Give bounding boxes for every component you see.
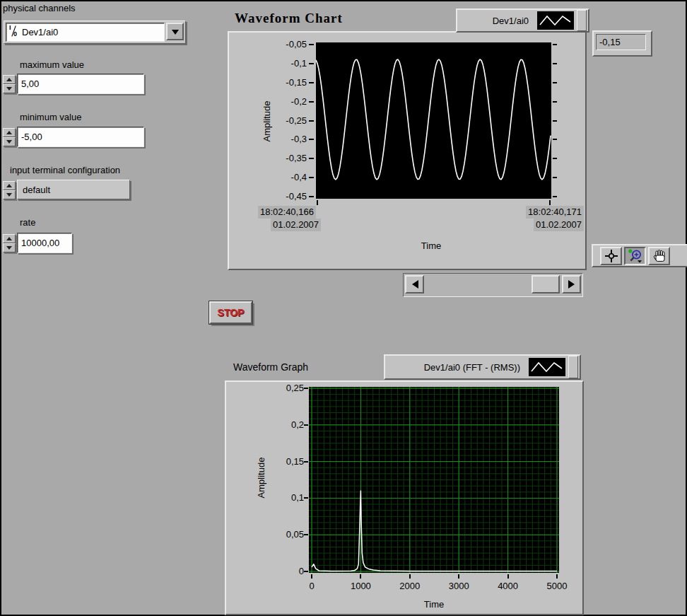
dropdown-arrow-button[interactable] xyxy=(166,23,184,40)
y-tick-mark-right xyxy=(553,101,557,103)
cursor-tool-button[interactable] xyxy=(600,247,622,265)
x-tick-mark xyxy=(360,574,361,579)
up-arrow-icon xyxy=(6,181,12,187)
y-tick-label: 0,05 xyxy=(249,529,304,540)
y-tick-label: -0,45 xyxy=(250,191,307,202)
increment-button[interactable] xyxy=(3,75,16,84)
waveform-graph-plot[interactable] xyxy=(309,387,559,573)
y-tick-label: -0,35 xyxy=(250,153,307,163)
waveform-chart-plot[interactable] xyxy=(316,42,551,199)
waveform-graph-xlabel: Time xyxy=(399,599,469,610)
waveform-chart-title: Waveform Chart xyxy=(235,11,343,26)
plot-line-style-icon xyxy=(529,358,565,376)
waveform-graph-legend[interactable]: Dev1/ai0 (FFT - (RMS)) xyxy=(384,354,581,380)
waveform-graph-title: Waveform Graph xyxy=(233,361,308,373)
physical-channels-field[interactable]: I 0 Dev1/ai0 xyxy=(6,23,165,42)
y-tick-label: 0,1 xyxy=(249,492,304,503)
y-tick-label: -0,3 xyxy=(250,134,307,144)
maximum-value-field[interactable]: 5,00 xyxy=(17,74,144,94)
rate-spinner[interactable] xyxy=(3,234,16,252)
y-tick-label: 0,15 xyxy=(249,456,304,467)
up-arrow-icon xyxy=(6,75,12,81)
y-tick-mark xyxy=(304,461,308,463)
y-tick-label: -0,15 xyxy=(250,77,307,88)
y-tick-mark xyxy=(309,158,314,159)
scroll-right-button[interactable] xyxy=(562,275,581,294)
y-tick-mark-right xyxy=(553,177,557,178)
x-tick-mark xyxy=(549,200,551,205)
scrollbar-thumb[interactable] xyxy=(532,275,560,294)
y-tick-label: 0,25 xyxy=(249,383,304,393)
y-tick-mark xyxy=(304,424,308,426)
y-tick-mark xyxy=(309,63,314,64)
y-tick-label: -0,25 xyxy=(250,115,307,126)
y-tick-mark-right xyxy=(553,120,557,122)
x-tick-mark xyxy=(556,574,558,579)
decrement-button[interactable] xyxy=(3,137,16,146)
decrement-button[interactable] xyxy=(3,84,16,93)
input-terminal-spinner[interactable] xyxy=(3,181,16,199)
waveform-chart-xlabel: Time xyxy=(396,240,466,251)
increment-button[interactable] xyxy=(3,181,16,190)
legend-scroll-strip xyxy=(568,356,578,378)
digital-indicator: -0,15 xyxy=(596,34,646,50)
left-arrow-icon xyxy=(408,280,418,289)
rate-field[interactable]: 10000,00 xyxy=(17,233,72,253)
y-tick-mark-right xyxy=(553,44,557,45)
physical-channels-dropdown[interactable]: I 0 Dev1/ai0 xyxy=(4,21,186,44)
chart-x-scrollbar[interactable] xyxy=(403,273,583,297)
input-terminal-ring[interactable]: default xyxy=(17,180,130,199)
x-tick-label: 3000 xyxy=(434,581,483,591)
y-tick-mark xyxy=(309,82,314,83)
x-tick-label: 1000 xyxy=(336,581,385,591)
y-tick-mark-right xyxy=(553,139,557,140)
x-tick-mark xyxy=(409,574,411,579)
input-terminal-configuration-label: input terminal configuration xyxy=(10,165,120,175)
x-tick-mark xyxy=(507,574,509,579)
maximum-value-label: maximum value xyxy=(20,59,84,70)
y-tick-mark xyxy=(304,571,308,572)
waveform-graph-ylabel: Amplitude xyxy=(256,422,266,535)
x-axis-end-timestamp: 18:02:40,171 01.02.2007 xyxy=(526,206,584,231)
pan-tool-button[interactable] xyxy=(648,247,670,265)
minimum-value-label: minimum value xyxy=(20,112,81,122)
labview-front-panel: physical channels I 0 Dev1/ai0 maximum v… xyxy=(0,0,687,616)
y-tick-mark xyxy=(309,120,314,122)
y-tick-label: 0 xyxy=(249,566,304,576)
minimum-value-field[interactable]: -5,00 xyxy=(17,127,144,147)
increment-button[interactable] xyxy=(3,128,16,137)
y-tick-label: -0,05 xyxy=(250,39,307,50)
io-icon: I 0 xyxy=(8,24,20,40)
x-tick-label: 2000 xyxy=(385,581,435,591)
scroll-left-button[interactable] xyxy=(405,275,424,294)
zoom-tool-button[interactable] xyxy=(624,247,646,265)
x-tick-mark xyxy=(458,574,459,579)
minimum-value-spinner[interactable] xyxy=(3,128,16,146)
down-arrow-icon xyxy=(6,140,12,146)
y-tick-label: -0,4 xyxy=(250,172,307,182)
x-tick-label: 0 xyxy=(287,581,336,591)
y-tick-mark-right xyxy=(553,82,557,83)
x-tick-mark xyxy=(311,574,312,579)
y-tick-mark xyxy=(309,44,314,45)
hand-icon xyxy=(652,248,667,264)
down-arrow-icon xyxy=(6,87,12,93)
y-tick-mark xyxy=(309,177,314,178)
maximum-value-spinner[interactable] xyxy=(3,75,16,93)
up-arrow-icon xyxy=(6,234,12,240)
rate-label: rate xyxy=(20,217,35,228)
plot-line-style-icon xyxy=(537,11,574,30)
waveform-chart-legend[interactable]: Dev1/ai0 xyxy=(456,8,589,33)
decrement-button[interactable] xyxy=(3,190,16,199)
y-tick-mark xyxy=(309,139,314,140)
y-tick-label: -0,2 xyxy=(250,96,307,107)
x-tick-label: 4000 xyxy=(483,581,533,591)
y-tick-mark xyxy=(304,497,308,499)
increment-button[interactable] xyxy=(3,234,16,243)
decrement-button[interactable] xyxy=(3,243,16,252)
y-tick-mark xyxy=(304,388,308,389)
y-tick-label: -0,1 xyxy=(250,58,307,69)
stop-button[interactable]: STOP xyxy=(209,301,252,324)
y-tick-mark-right xyxy=(553,63,557,64)
down-arrow-icon xyxy=(6,246,12,252)
